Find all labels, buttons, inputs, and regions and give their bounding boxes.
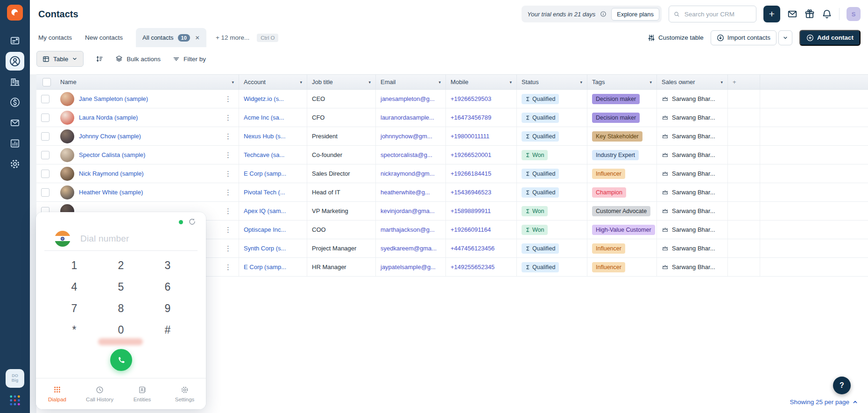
tag-badge[interactable]: High-Value Customer bbox=[592, 225, 655, 235]
sidebar-item-settings[interactable] bbox=[6, 155, 24, 173]
info-icon[interactable] bbox=[600, 11, 607, 17]
contact-name-link[interactable]: Jane Sampleton (sample) bbox=[79, 95, 148, 102]
status-badge[interactable]: Won bbox=[522, 150, 548, 160]
row-menu-kebab-icon[interactable]: ⋮ bbox=[222, 245, 234, 252]
call-button[interactable] bbox=[110, 349, 132, 371]
tab-my-contacts[interactable]: My contacts bbox=[38, 34, 72, 41]
mobile-link[interactable]: +15436946523 bbox=[451, 189, 491, 196]
row-menu-kebab-icon[interactable]: ⋮ bbox=[222, 170, 234, 177]
row-menu-kebab-icon[interactable]: ⋮ bbox=[222, 133, 234, 140]
refresh-icon[interactable] bbox=[188, 218, 196, 226]
email-link[interactable]: lauranordasample... bbox=[381, 114, 434, 121]
mobile-link[interactable]: +19266520001 bbox=[451, 151, 491, 158]
email-link[interactable]: jaypatelsample@g... bbox=[381, 263, 436, 271]
dialpad-key[interactable]: 8 bbox=[98, 297, 144, 319]
column-header-tags[interactable]: Tags▾ bbox=[587, 75, 657, 89]
email-link[interactable]: heatherwhite@g... bbox=[381, 189, 430, 196]
email-link[interactable]: johnnychow@gm... bbox=[381, 133, 432, 140]
column-header-email[interactable]: Email▾ bbox=[376, 75, 446, 89]
dialpad-key[interactable]: * bbox=[51, 319, 98, 340]
sidebar-item-email[interactable] bbox=[6, 114, 24, 132]
status-badge[interactable]: Qualified bbox=[522, 187, 559, 198]
row-checkbox[interactable] bbox=[41, 151, 49, 159]
status-badge[interactable]: Qualified bbox=[522, 94, 559, 104]
dialpad-tab-entities[interactable]: Entities bbox=[121, 378, 163, 409]
sidebar-item-contacts[interactable] bbox=[6, 52, 24, 71]
tab-new-contacts[interactable]: New contacts bbox=[85, 34, 123, 41]
tag-badge[interactable]: Decision maker bbox=[592, 113, 640, 123]
sidebar-item-deals[interactable] bbox=[6, 93, 24, 112]
sidebar-item-accounts[interactable] bbox=[6, 72, 24, 91]
dialpad-tab-settings[interactable]: Settings bbox=[163, 378, 206, 409]
dialpad-key[interactable]: 9 bbox=[144, 297, 191, 319]
dial-input-row[interactable]: Dial number bbox=[55, 231, 129, 247]
row-menu-kebab-icon[interactable]: ⋮ bbox=[222, 207, 234, 214]
account-link[interactable]: Pivotal Tech (... bbox=[244, 189, 285, 196]
status-badge[interactable]: Qualified bbox=[522, 131, 559, 142]
contact-name-link[interactable]: Heather White (sample) bbox=[79, 189, 143, 196]
bulk-actions-button[interactable]: Bulk actions bbox=[115, 55, 161, 63]
tag-badge[interactable]: Influencer bbox=[592, 169, 625, 179]
mobile-link[interactable]: +16473456789 bbox=[451, 114, 491, 121]
mobile-link[interactable]: +19266091164 bbox=[451, 226, 491, 233]
tag-badge[interactable]: Industry Expert bbox=[592, 150, 639, 160]
freshworks-logo[interactable] bbox=[7, 5, 23, 21]
row-menu-kebab-icon[interactable]: ⋮ bbox=[222, 226, 234, 233]
app-switcher-icon[interactable] bbox=[9, 394, 21, 406]
explore-plans-button[interactable]: Explore plans bbox=[611, 8, 659, 21]
tag-badge[interactable]: Influencer bbox=[592, 243, 625, 254]
account-link[interactable]: Apex IQ (sam... bbox=[244, 207, 286, 214]
dialpad-key[interactable]: 0 bbox=[98, 319, 144, 340]
column-header-status[interactable]: Status▾ bbox=[517, 75, 587, 89]
dialpad-key[interactable]: 7 bbox=[51, 297, 98, 319]
search-input[interactable] bbox=[684, 10, 751, 18]
per-page-selector[interactable]: Showing 25 per page bbox=[790, 399, 858, 406]
column-header-account[interactable]: Account▾ bbox=[239, 75, 307, 89]
mobile-link[interactable]: +19800011111 bbox=[451, 133, 489, 140]
close-tab-icon[interactable]: ✕ bbox=[195, 35, 200, 41]
row-menu-kebab-icon[interactable]: ⋮ bbox=[222, 95, 234, 102]
tag-badge[interactable]: Champion bbox=[592, 187, 626, 198]
column-header-mobile[interactable]: Mobile▾ bbox=[446, 75, 517, 89]
caret-down-icon[interactable]: ▾ bbox=[580, 80, 582, 85]
mobile-link[interactable]: +15898899911 bbox=[451, 207, 491, 214]
dialpad-key[interactable]: 6 bbox=[144, 276, 191, 297]
dial-number-placeholder[interactable]: Dial number bbox=[80, 234, 129, 244]
do-big-button[interactable]: DO Big bbox=[6, 369, 24, 388]
tab-all-contacts[interactable]: All contacts 10 ✕ bbox=[136, 28, 206, 47]
contact-name-link[interactable]: Johnny Chow (sample) bbox=[79, 133, 141, 140]
email-link[interactable]: janesampleton@g... bbox=[381, 95, 435, 102]
caret-down-icon[interactable]: ▾ bbox=[509, 80, 512, 85]
caret-down-icon[interactable]: ▾ bbox=[438, 80, 441, 85]
contact-name-link[interactable]: Laura Norda (sample) bbox=[79, 114, 138, 121]
dialpad-key[interactable]: 2 bbox=[98, 254, 144, 276]
caret-down-icon[interactable]: ▾ bbox=[649, 80, 652, 85]
row-menu-kebab-icon[interactable]: ⋮ bbox=[222, 189, 234, 196]
row-checkbox[interactable] bbox=[41, 114, 49, 122]
mobile-link[interactable]: +19266184415 bbox=[451, 170, 491, 177]
india-flag-icon[interactable] bbox=[55, 231, 71, 247]
help-button[interactable]: ? bbox=[833, 377, 851, 394]
tag-badge[interactable]: Decision maker bbox=[592, 94, 640, 104]
import-options-caret[interactable] bbox=[778, 30, 792, 45]
column-header-name[interactable]: Name▾ bbox=[56, 75, 239, 89]
status-badge[interactable]: Qualified bbox=[522, 113, 559, 123]
dialpad-tab-call-history[interactable]: Call History bbox=[78, 378, 121, 409]
dialpad-tab-dialpad[interactable]: Dialpad bbox=[36, 378, 78, 409]
filter-by-button[interactable]: Filter by bbox=[173, 56, 206, 63]
row-checkbox[interactable] bbox=[41, 132, 49, 141]
dialpad-key[interactable]: 4 bbox=[51, 276, 98, 297]
tag-badge[interactable]: Influencer bbox=[592, 262, 625, 272]
email-inbox-button[interactable] bbox=[787, 9, 797, 19]
dialpad-key[interactable]: 5 bbox=[98, 276, 144, 297]
email-link[interactable]: marthajackson@g... bbox=[381, 226, 435, 233]
mobile-link[interactable]: +149255652345 bbox=[451, 263, 494, 271]
notifications-button[interactable] bbox=[822, 9, 832, 19]
email-link[interactable]: syedkareem@gma... bbox=[381, 245, 437, 252]
caret-down-icon[interactable]: ▾ bbox=[232, 80, 234, 85]
account-link[interactable]: Synth Corp (s... bbox=[244, 245, 286, 252]
status-badge[interactable]: Won bbox=[522, 225, 548, 235]
sidebar-item-analytics[interactable] bbox=[6, 134, 24, 153]
account-link[interactable]: Widgetz.io (s... bbox=[244, 95, 284, 102]
tag-badge[interactable]: Customer Advocate bbox=[592, 206, 650, 216]
